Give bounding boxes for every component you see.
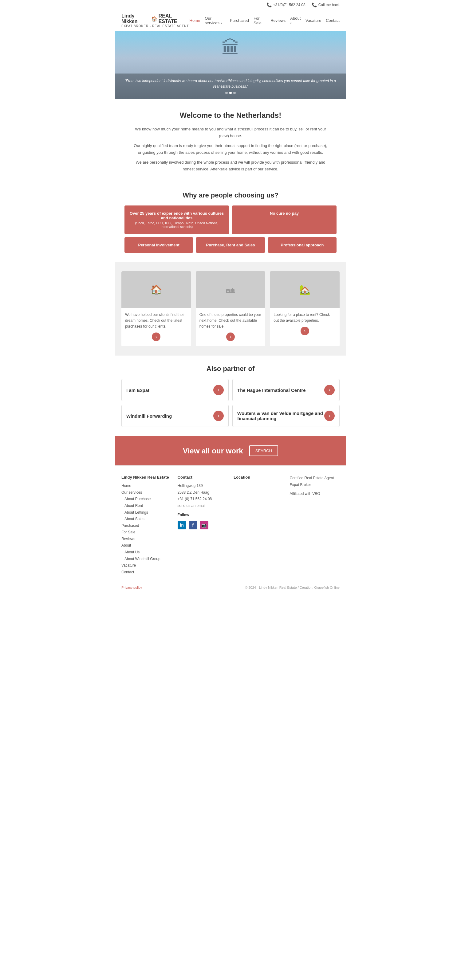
prop-forsale-arrow-btn[interactable]: › <box>226 332 235 341</box>
partner-wouters-arrow[interactable]: › <box>324 410 335 421</box>
footer-link-vacature[interactable]: Vacature <box>121 562 171 569</box>
prop-card-purchased: 🏠 We have helped our clients find their … <box>121 271 191 347</box>
instagram-icon[interactable]: 📷 <box>200 521 208 529</box>
welcome-heading: Welcome to the Netherlands! <box>134 111 327 120</box>
cta-search-button[interactable]: SEARCH <box>249 445 278 456</box>
partner-section: Also partner of I am Expat › The Hague I… <box>115 356 346 436</box>
partner-windmill-arrow[interactable]: › <box>213 410 224 421</box>
hero-dots <box>125 92 336 94</box>
facebook-icon[interactable]: f <box>189 521 197 529</box>
logo-text-lindy: Lindy Nikken <box>121 13 150 24</box>
footer-link-about[interactable]: About <box>121 542 171 549</box>
footer: Lindy Nikken Real Estate Home Our servic… <box>115 465 346 594</box>
hero-dot-2[interactable] <box>229 92 232 94</box>
prop-card-rent-img: 🏡 <box>270 271 340 308</box>
prop-purchased-arrow-btn[interactable]: › <box>152 332 160 341</box>
callback-info[interactable]: 📞 Call me back <box>312 2 340 7</box>
properties-section: 🏠 We have helped our clients find their … <box>115 262 346 356</box>
footer-link-purchased[interactable]: Purchased <box>121 523 171 529</box>
nav-about[interactable]: About ▾ <box>290 16 301 25</box>
partner-card-windmill[interactable]: Windmill Forwarding › <box>121 405 229 427</box>
partner-grid: I am Expat › The Hague International Cen… <box>121 379 340 427</box>
linkedin-icon[interactable]: in <box>177 521 186 529</box>
main-nav: Home Our services ▾ Purchased For Sale R… <box>190 16 340 25</box>
partner-expat-arrow[interactable]: › <box>213 385 224 395</box>
logo-subtitle: EXPAT BROKER - REAL ESTATE AGENT <box>121 24 190 28</box>
logo: Lindy Nikken 🏠 REAL ESTATE EXPAT BROKER … <box>121 13 190 28</box>
prop-card-purchased-body: We have helped our clients find their dr… <box>121 308 191 347</box>
nav-services[interactable]: Our services ▾ <box>205 16 225 25</box>
phone-info: 📞 +31(0)71 562 24 08 <box>266 2 306 7</box>
callback-label: Call me back <box>318 3 340 7</box>
prop-card-forsale-text: One of these properties could be your ne… <box>200 312 262 330</box>
prop-rent-arrow-btn[interactable]: › <box>301 327 309 335</box>
dropdown-arrow: ▾ <box>221 22 222 25</box>
phone-number: +31(0)71 562 24 08 <box>273 3 306 7</box>
why-btn-nocure[interactable]: No cure no pay <box>232 205 336 234</box>
footer-grid: Lindy Nikken Real Estate Home Our servic… <box>121 475 340 576</box>
footer-link-about-windmill[interactable]: About Windmill Group <box>121 556 171 563</box>
footer-link-about-sales[interactable]: About Sales <box>121 516 171 523</box>
why-btn-professional-label: Professional approach <box>280 243 324 247</box>
footer-link-contact[interactable]: Contact <box>121 569 171 576</box>
footer-col-contact: Contact Hellingweg 1392583 DZ Den Haag+3… <box>177 475 228 576</box>
logo-text-re: REAL ESTATE <box>158 13 190 24</box>
footer-col-location: Location <box>234 475 284 576</box>
footer-address: Hellingweg 1392583 DZ Den Haag+31 (0) 71… <box>177 483 228 503</box>
top-bar: 📞 +31(0)71 562 24 08 📞 Call me back <box>115 0 346 10</box>
hero-overlay: 'From two independent individuals we hea… <box>115 73 346 99</box>
nav-purchased[interactable]: Purchased <box>230 18 249 23</box>
nav-contact[interactable]: Contact <box>326 18 340 23</box>
nav-home[interactable]: Home <box>190 18 200 23</box>
footer-link-reviews[interactable]: Reviews <box>121 536 171 542</box>
header: Lindy Nikken 🏠 REAL ESTATE EXPAT BROKER … <box>115 10 346 31</box>
footer-follow-label: Follow <box>177 512 228 519</box>
footer-link-about-rent[interactable]: About Rent <box>121 503 171 509</box>
prop-card-forsale-body: One of these properties could be your ne… <box>196 308 266 347</box>
why-btn-purchase[interactable]: Purchase, Rent and Sales <box>196 237 265 253</box>
welcome-p2: Our highly qualified team is ready to gi… <box>134 142 327 156</box>
why-btn-professional[interactable]: Professional approach <box>268 237 336 253</box>
footer-social-icons: in f 📷 <box>177 521 228 529</box>
partner-card-wouters[interactable]: Wouters & van der Velde mortgage and fin… <box>232 405 340 427</box>
footer-link-home[interactable]: Home <box>121 483 171 489</box>
cta-banner: View all our work SEARCH <box>115 436 346 465</box>
partner-hague-arrow[interactable]: › <box>324 385 335 395</box>
footer-link-services[interactable]: Our services <box>121 489 171 496</box>
hero-dot-3[interactable] <box>233 92 236 94</box>
footer-link-forsale[interactable]: For Sale <box>121 529 171 536</box>
partner-wouters-label: Wouters & van der Velde mortgage and fin… <box>237 410 324 421</box>
prop-card-rent-text: Looking for a place to rent? Check out t… <box>274 312 336 324</box>
why-btn-experience[interactable]: Over 25 years of experience with various… <box>125 205 229 234</box>
why-grid-bottom: Personal Involvement Purchase, Rent and … <box>125 237 336 253</box>
partner-card-hague[interactable]: The Hague International Centre › <box>232 379 340 401</box>
footer-cert1: Certified Real Estate Agent – Expat Brok… <box>290 475 340 488</box>
partner-card-expat[interactable]: I am Expat › <box>121 379 229 401</box>
footer-bottom: Privacy policy © 2024 - Lindy Nikken Rea… <box>121 582 340 589</box>
nav-forsale[interactable]: For Sale <box>253 16 266 25</box>
footer-link-about-lettings[interactable]: About Lettings <box>121 509 171 516</box>
nav-vacature[interactable]: Vacature <box>306 18 321 23</box>
logo-house-icon: 🏠 <box>151 16 157 22</box>
prop-card-rent-body: Looking for a place to rent? Check out t… <box>270 308 340 340</box>
partner-heading: Also partner of <box>121 365 340 373</box>
logo-title: Lindy Nikken 🏠 REAL ESTATE <box>121 13 190 24</box>
why-btn-purchase-label: Purchase, Rent and Sales <box>206 243 255 247</box>
footer-email-link[interactable]: send us an email <box>177 503 228 509</box>
prop-card-forsale: 🏘 One of these properties could be your … <box>196 271 266 347</box>
prop-card-forsale-img: 🏘 <box>196 271 266 308</box>
hero-dot-1[interactable] <box>225 92 228 94</box>
footer-link-about-purchase[interactable]: About Purchase <box>121 496 171 503</box>
footer-col-nav: Lindy Nikken Real Estate Home Our servic… <box>121 475 171 576</box>
footer-privacy-link[interactable]: Privacy policy <box>121 585 142 589</box>
welcome-section: Welcome to the Netherlands! We know how … <box>115 99 346 185</box>
dropdown-arrow-about: ▾ <box>290 22 291 25</box>
footer-link-about-us[interactable]: About Us <box>121 549 171 556</box>
cta-heading: View all our work <box>183 447 243 455</box>
welcome-p1: We know how much your home means to you … <box>134 126 327 139</box>
prop-card-purchased-text: We have helped our clients find their dr… <box>125 312 187 330</box>
why-btn-personal[interactable]: Personal Involvement <box>125 237 193 253</box>
nav-reviews[interactable]: Reviews <box>271 18 285 23</box>
footer-cert2: Affiliated with VBO <box>290 491 340 497</box>
prop-card-rent: 🏡 Looking for a place to rent? Check out… <box>270 271 340 347</box>
